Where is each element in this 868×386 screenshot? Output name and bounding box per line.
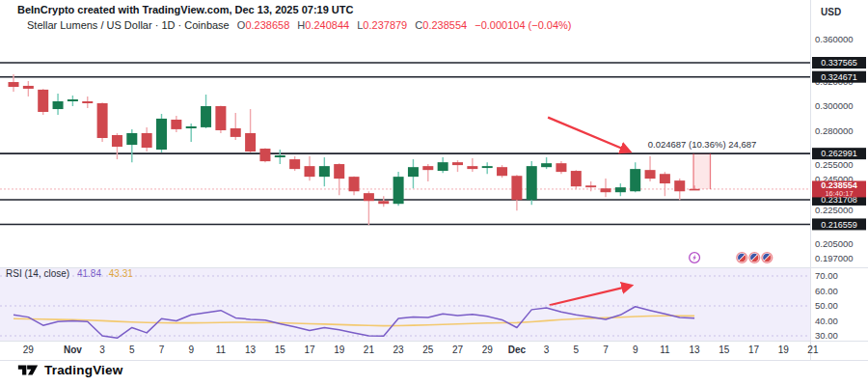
candle [201,95,211,128]
us-economic-event-icon[interactable] [749,253,760,263]
symbol-name: Stellar Lumens / US Dollar [27,19,152,31]
candle [571,170,582,189]
candle [275,150,285,164]
candle [349,177,360,195]
candle [467,158,477,172]
candle [511,175,522,210]
candle [156,114,167,152]
candle [556,161,566,174]
candle [259,148,270,162]
measurement-label: 0.024687 (10.36%) 24,687 [625,139,779,150]
candle [245,109,256,152]
candle [171,116,181,132]
candle [497,165,507,178]
close-value: 0.238554 [422,19,467,31]
candle [23,81,34,96]
tradingview-logo-text: TradingView [44,363,122,377]
rsi-value: 41.84 [77,268,101,279]
candle [82,96,93,108]
candle [541,157,552,169]
candle [645,156,656,181]
candle [482,162,493,174]
candle [615,183,626,196]
rsi-legend[interactable]: RSI (14, close) 41.84 43.31 [6,268,133,279]
candle [674,179,685,200]
price-axis[interactable] [810,0,868,360]
high-value: 0.240844 [305,19,349,31]
candle [438,157,448,173]
candle [408,159,419,188]
candle [393,172,404,206]
candlestick-series [9,74,700,225]
interval-label: 1D [161,19,175,31]
us-economic-event-icon[interactable] [737,253,747,263]
candle [68,96,78,106]
candle [231,113,241,140]
candle [97,102,108,142]
symbol-legend[interactable]: Stellar Lumens / US Dollar · 1D · Coinba… [27,19,572,31]
candle [364,191,374,225]
tradingview-logo[interactable]: TradingView [17,362,122,378]
candle [53,94,64,115]
tradingview-chart-window: { "header": { "attribution": "BeInCrypto… [0,0,868,386]
candle [126,129,137,162]
candle [585,181,596,191]
candle [142,127,152,152]
candle [305,156,315,180]
open-value: 0.238658 [245,19,289,31]
candle [38,89,48,115]
candle [215,106,226,133]
chart-canvas[interactable]: 0.3600000.3200000.3000000.2800000.255000… [0,0,868,386]
candle [630,162,640,192]
candle [334,163,344,195]
candle [601,179,611,197]
candle [319,157,330,186]
us-economic-event-icon[interactable] [762,253,773,263]
rsi-title: RSI (14, close) [6,268,69,279]
low-value: 0.237879 [363,19,407,31]
candle [527,161,537,205]
candle [289,156,300,171]
candle [422,164,433,181]
tradingview-logo-icon [17,362,39,378]
price-trend-arrow [548,118,629,152]
candle [378,196,389,207]
attribution-text: BeInCrypto created with TradingView.com,… [17,4,353,15]
candle [452,160,463,172]
candle [112,133,122,159]
crypto-event-icon[interactable] [690,253,700,263]
change-value: −0.000104 (−0.04%) [475,19,571,31]
price-range-measurement[interactable] [693,153,711,189]
candle [660,172,670,196]
candle [186,124,197,142]
time-axis[interactable] [0,341,810,360]
exchange-label: Coinbase [184,19,229,31]
rsi-ma-value: 43.31 [109,268,133,279]
